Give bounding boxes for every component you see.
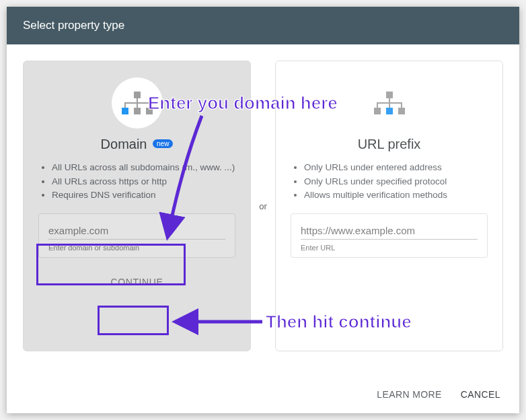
dialog-title: Select property type — [23, 19, 124, 32]
or-separator: or — [251, 61, 275, 351]
urlprefix-input[interactable] — [301, 222, 478, 240]
domain-input[interactable] — [48, 222, 225, 240]
domain-bullets: All URLs across all subdomains (m., www.… — [52, 162, 235, 201]
new-badge: new — [153, 139, 173, 148]
sitemap-icon — [122, 92, 153, 114]
domain-card[interactable]: Domain new All URLs across all subdomain… — [23, 61, 251, 351]
sitemap-icon — [374, 92, 405, 114]
bullet-item: Only URLs under specified protocol — [304, 176, 488, 188]
domain-icon-wrap — [112, 77, 163, 129]
continue-button[interactable]: CONTINUE — [99, 270, 176, 294]
urlprefix-title-text: URL prefix — [358, 137, 421, 151]
dialog-footer: LEARN MORE CANCEL — [377, 389, 500, 400]
bullet-item: Allows multiple verification methods — [304, 189, 488, 201]
bullet-item: Only URLs under entered address — [304, 162, 488, 174]
bullet-item: Requires DNS verification — [52, 189, 235, 201]
urlprefix-input-helper: Enter URL — [301, 244, 478, 252]
select-property-dialog: Select property type Domain new All URLs… — [7, 7, 519, 413]
urlprefix-card-title: URL prefix — [291, 137, 488, 152]
domain-input-box: Enter domain or subdomain — [38, 213, 235, 258]
dialog-header: Select property type — [7, 7, 519, 44]
urlprefix-bullets: Only URLs under entered address Only URL… — [304, 162, 488, 201]
domain-input-helper: Enter domain or subdomain — [48, 244, 225, 252]
learn-more-button[interactable]: LEARN MORE — [377, 389, 442, 400]
urlprefix-icon-wrap — [364, 77, 415, 129]
url-prefix-card[interactable]: URL prefix Only URLs under entered addre… — [275, 61, 503, 351]
cancel-button[interactable]: CANCEL — [461, 389, 500, 400]
bullet-item: All URLs across https or http — [52, 176, 235, 188]
dialog-body: Domain new All URLs across all subdomain… — [7, 44, 519, 351]
urlprefix-input-box: Enter URL — [291, 213, 488, 258]
bullet-item: All URLs across all subdomains (m., www.… — [52, 162, 235, 174]
domain-title-text: Domain — [101, 137, 147, 151]
domain-card-title: Domain new — [38, 137, 235, 152]
